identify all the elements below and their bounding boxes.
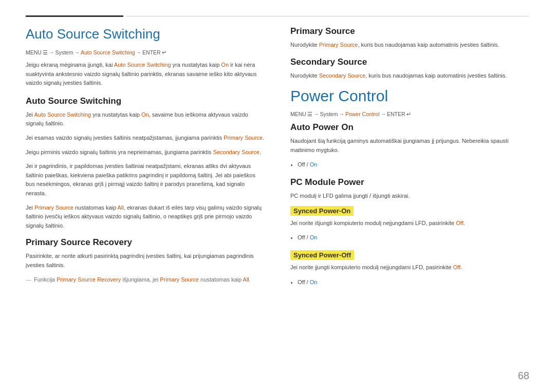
power-control-path-label: Power Control	[345, 111, 380, 117]
secondary-source-text: Nurodykite Secondary Source, kuris bus n…	[290, 71, 529, 81]
auto-source-para-5: Jei Primary Source nustatomas kaip All, …	[26, 203, 265, 231]
auto-power-on-option: Off / On	[298, 160, 529, 170]
page-container: Auto Source Switching MENU ☰ → System → …	[0, 0, 555, 392]
auto-source-highlight-1: Auto Source Switching	[114, 62, 171, 68]
synced-power-on-text: Jei norite išjungti kompiuterio modulį n…	[290, 219, 529, 228]
content-columns: Auto Source Switching MENU ☰ → System → …	[26, 26, 529, 382]
secondary-source-section: Secondary Source Nurodykite Secondary So…	[290, 57, 529, 81]
enter-label-r: ENTER	[387, 111, 405, 117]
left-page-title: Auto Source Switching	[26, 26, 265, 42]
auto-source-switching-path-label: Auto Source Switching	[81, 49, 135, 55]
primary-source-recovery-note: ― Funkcija Primary Source Recovery išjun…	[26, 275, 265, 285]
pc-module-power-text: PC modulį ir LFD galima įjungti / išjung…	[290, 192, 529, 201]
pc-module-power-title: PC Module Power	[290, 177, 529, 188]
top-line-light	[125, 16, 529, 16]
primary-source-recovery-title: Primary Source Recovery	[26, 237, 265, 248]
auto-source-para-1: Jei Auto Source Switching yra nustatytas…	[26, 110, 265, 128]
synced-power-on-label: Synced Power-On	[290, 206, 354, 216]
auto-source-para-3: Jeigu pirminis vaizdo signalų šaltinis y…	[26, 148, 265, 157]
menu-icon: ☰	[43, 49, 48, 55]
primary-source-text: Nurodykite Primary Source, kuris bus nau…	[290, 41, 529, 50]
auto-source-switching-title: Auto Source Switching	[26, 96, 265, 106]
menu-icon-r: ☰	[307, 111, 312, 117]
system-label: System	[55, 49, 73, 55]
synced-power-on-option: Off / On	[298, 233, 529, 243]
left-menu-path: MENU ☰ → System → Auto Source Switching …	[26, 49, 265, 55]
synced-power-on-options: Off / On	[298, 233, 529, 243]
right-column: Primary Source Nurodykite Primary Source…	[290, 26, 529, 382]
menu-label: MENU	[26, 49, 42, 55]
primary-source-recovery-text: Pasirinkite, ar norite atkurti pasirinkt…	[26, 252, 265, 270]
primary-source-recovery-section: Primary Source Recovery Pasirinkite, ar …	[26, 237, 265, 284]
system-label-r: System	[320, 111, 338, 117]
synced-power-off-text: Jei norite įjungti kompiuterio modulį ne…	[290, 263, 529, 272]
auto-source-switching-section: Auto Source Switching Jei Auto Source Sw…	[26, 96, 265, 231]
page-number: 68	[518, 370, 529, 382]
secondary-source-title: Secondary Source	[290, 57, 529, 67]
auto-power-on-options: Off / On	[298, 160, 529, 170]
enter-icon: ↵	[162, 49, 166, 55]
top-line-container	[26, 15, 529, 17]
synced-power-off-label: Synced Power-Off	[290, 250, 354, 260]
auto-source-para-2: Jei esamas vaizdo signalų įvesties šalti…	[26, 134, 265, 143]
synced-power-off-options: Off / On	[298, 277, 529, 288]
on-highlight-1: On	[221, 62, 229, 68]
power-control-title: Power Control	[290, 87, 529, 105]
auto-power-on-section: Auto Power On Naudojant šią funkciją gam…	[290, 122, 529, 170]
right-menu-path: MENU ☰ → System → Power Control → ENTER …	[290, 111, 529, 117]
auto-power-on-text: Naudojant šią funkciją gaminys automatiš…	[290, 137, 529, 155]
auto-power-on-title: Auto Power On	[290, 122, 529, 133]
enter-icon-r: ↵	[406, 111, 411, 117]
primary-source-title: Primary Source	[290, 26, 529, 36]
synced-power-off-block: Synced Power-Off Jei norite įjungti komp…	[290, 250, 529, 287]
primary-source-section: Primary Source Nurodykite Primary Source…	[290, 26, 529, 50]
synced-power-on-block: Synced Power-On Jei norite išjungti komp…	[290, 206, 529, 243]
top-line-dark	[26, 15, 123, 17]
left-column: Auto Source Switching MENU ☰ → System → …	[26, 26, 265, 382]
menu-label-r: MENU	[290, 111, 306, 117]
synced-power-off-option: Off / On	[298, 277, 529, 288]
pc-module-power-section: PC Module Power PC modulį ir LFD galima …	[290, 177, 529, 287]
enter-label: ENTER	[142, 49, 161, 55]
left-intro-text: Jeigu ekraną mėginama įjungti, kai Auto …	[26, 61, 265, 88]
auto-source-para-4: Jei ir pagrindinis, ir papildomas įvesti…	[26, 162, 265, 198]
